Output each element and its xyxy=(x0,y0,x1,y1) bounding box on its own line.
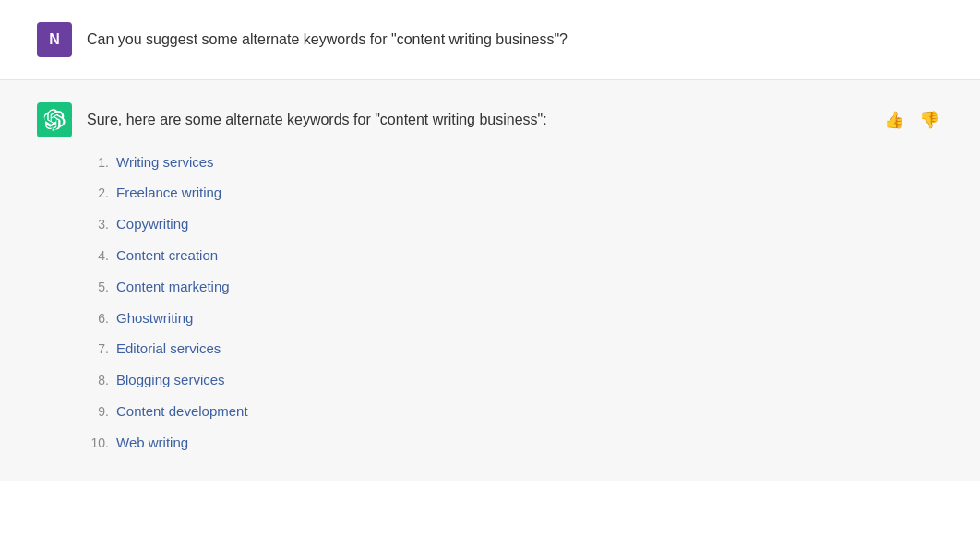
assistant-content: Sure, here are some alternate keywords f… xyxy=(87,102,943,459)
list-number: 5. xyxy=(87,277,109,299)
list-item-text: Web writing xyxy=(116,431,188,455)
assistant-intro: Sure, here are some alternate keywords f… xyxy=(87,102,943,132)
list-item-text: Content marketing xyxy=(116,275,230,299)
list-item: 4.Content creation xyxy=(87,240,943,271)
avatar-letter: N xyxy=(49,31,60,48)
list-item: 9.Content development xyxy=(87,396,943,427)
list-item: 3.Copywriting xyxy=(87,209,943,240)
list-item-text: Copywriting xyxy=(116,212,188,236)
assistant-avatar xyxy=(37,102,72,137)
list-number: 9. xyxy=(87,401,109,423)
thumbs-up-icon: 👍 xyxy=(884,110,904,130)
keywords-list: 1.Writing services2.Freelance writing3.C… xyxy=(87,147,943,459)
list-number: 10. xyxy=(87,433,109,455)
chat-container: N Can you suggest some alternate keyword… xyxy=(0,0,980,481)
thumbs-down-icon: 👍 xyxy=(919,110,939,130)
list-item-text: Editorial services xyxy=(116,337,221,361)
list-item: 2.Freelance writing xyxy=(87,177,943,209)
list-item-text: Ghostwriting xyxy=(116,306,193,330)
list-item: 1.Writing services xyxy=(87,147,943,178)
list-item: 6.Ghostwriting xyxy=(87,303,943,334)
list-number: 8. xyxy=(87,370,109,392)
list-item-text: Content development xyxy=(116,399,248,423)
openai-icon xyxy=(43,109,66,131)
list-item-text: Writing services xyxy=(116,150,214,174)
list-item-text: Freelance writing xyxy=(116,181,221,205)
list-item: 7.Editorial services xyxy=(87,333,943,364)
list-number: 2. xyxy=(87,183,109,205)
list-number: 4. xyxy=(87,245,109,268)
list-number: 3. xyxy=(87,214,109,236)
user-message-text: Can you suggest some alternate keywords … xyxy=(87,22,568,52)
feedback-buttons: 👍 👍 xyxy=(880,106,943,134)
list-number: 6. xyxy=(87,308,109,330)
list-number: 7. xyxy=(87,339,109,361)
user-message: N Can you suggest some alternate keyword… xyxy=(0,0,980,80)
list-item: 8.Blogging services xyxy=(87,364,943,396)
list-item-text: Blogging services xyxy=(116,368,225,392)
list-item-text: Content creation xyxy=(116,244,218,268)
list-number: 1. xyxy=(87,152,109,174)
thumbs-down-button[interactable]: 👍 xyxy=(915,106,943,134)
user-avatar: N xyxy=(37,22,72,57)
list-item: 10.Web writing xyxy=(87,427,943,459)
thumbs-up-button[interactable]: 👍 xyxy=(880,106,908,134)
assistant-message: Sure, here are some alternate keywords f… xyxy=(0,80,980,481)
list-item: 5.Content marketing xyxy=(87,271,943,303)
